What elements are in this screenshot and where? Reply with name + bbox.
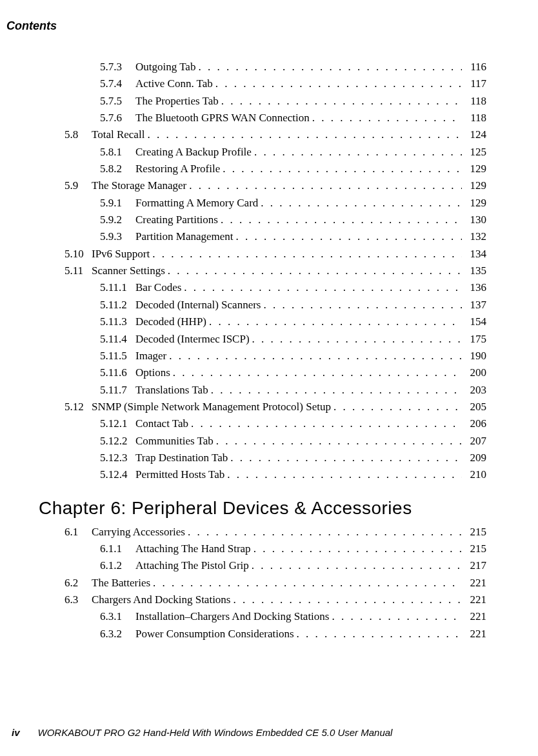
toc-page: 215 xyxy=(462,541,486,557)
toc-entry: 5.11.4Decoded (Intermec ISCP). . . . . .… xyxy=(100,331,486,348)
toc-page: 124 xyxy=(462,126,486,143)
toc-number: 5.7.3 xyxy=(100,59,135,75)
toc-title: The Properties Tab xyxy=(135,93,219,110)
toc-title: Contact Tab xyxy=(135,415,188,432)
toc-leader-dots: . . . . . . . . . . . . . . . . . . . . … xyxy=(224,466,462,483)
toc-page: 215 xyxy=(462,524,486,541)
toc-leader-dots: . . . . . . . . . . . . . . . . . . . . … xyxy=(252,144,462,161)
toc-number: 5.12.1 xyxy=(100,415,135,432)
toc-number: 5.7.6 xyxy=(100,110,135,126)
toc-number: 5.11.5 xyxy=(100,348,135,364)
toc-title: Scanner Settings xyxy=(92,263,165,279)
toc-leader-dots: . . . . . . . . . . . . . . . . . . . . … xyxy=(188,415,462,432)
toc-title: Attaching The Hand Strap xyxy=(135,541,251,557)
toc-entry: 6.1Carrying Accessories. . . . . . . . .… xyxy=(65,524,486,541)
toc-leader-dots: . . . . . . . . . . . . . . . . . . . . … xyxy=(185,524,462,541)
toc-page: 118 xyxy=(462,93,486,110)
toc-entry: 5.12.1Contact Tab. . . . . . . . . . . .… xyxy=(100,415,486,432)
toc-block-1: 5.7.3Outgoing Tab. . . . . . . . . . . .… xyxy=(65,59,486,484)
toc-number: 6.3.1 xyxy=(100,608,135,625)
toc-leader-dots: . . . . . . . . . . . . . . . . . . . . … xyxy=(251,541,462,557)
toc-number: 5.12 xyxy=(65,399,92,415)
page-footer: ivWORKABOUT PRO G2 Hand-Held With Window… xyxy=(12,727,392,738)
toc-entry: 5.11.3Decoded (HHP). . . . . . . . . . .… xyxy=(100,313,486,330)
toc-title: Options xyxy=(135,364,170,381)
toc-leader-dots: . . . . . . . . . . . . . . . . . . . . … xyxy=(186,177,462,194)
toc-number: 5.12.2 xyxy=(100,433,135,450)
toc-leader-dots: . . . . . . . . . . . . . . . . . . . . … xyxy=(228,450,462,466)
toc-number: 5.12.3 xyxy=(100,450,135,466)
toc-title: IPv6 Support xyxy=(92,246,150,263)
toc-leader-dots: . . . . . . . . . . . . . . . . . . . . … xyxy=(213,75,462,92)
toc-title: Total Recall xyxy=(92,126,144,143)
toc-page: 207 xyxy=(462,433,486,450)
toc-title: Creating Partitions xyxy=(135,212,218,228)
toc-entry: 5.9.3Partition Management. . . . . . . .… xyxy=(100,228,486,245)
toc-page: 206 xyxy=(462,415,486,432)
toc-page: 175 xyxy=(462,331,486,348)
toc-number: 5.11 xyxy=(65,263,92,279)
toc-leader-dots: . . . . . . . . . . . . . . . . . . . . … xyxy=(310,110,462,126)
toc-page: 200 xyxy=(462,364,486,381)
toc-leader-dots: . . . . . . . . . . . . . . . . . . . . … xyxy=(166,348,462,364)
toc-page: 132 xyxy=(462,228,486,245)
toc-title: Active Conn. Tab xyxy=(135,75,213,92)
toc-leader-dots: . . . . . . . . . . . . . . . . . . . . … xyxy=(219,93,462,110)
toc-number: 5.11.7 xyxy=(100,382,135,399)
toc-entry: 5.7.5The Properties Tab. . . . . . . . .… xyxy=(100,93,486,110)
toc-page: 134 xyxy=(462,246,486,263)
toc-title: The Storage Manager xyxy=(92,177,186,194)
toc-page: 129 xyxy=(462,177,486,194)
toc-page: 203 xyxy=(462,382,486,399)
toc-number: 6.3 xyxy=(65,592,92,608)
toc-page: 217 xyxy=(462,557,486,574)
toc-entry: 5.9.2Creating Partitions. . . . . . . . … xyxy=(100,212,486,228)
toc-page: 129 xyxy=(462,195,486,212)
toc-page: 137 xyxy=(462,297,486,313)
toc-title: Restoring A Profile xyxy=(135,161,220,177)
toc-entry: 6.1.1Attaching The Hand Strap. . . . . .… xyxy=(100,541,486,557)
toc-page: 129 xyxy=(462,161,486,177)
toc-entry: 5.11.6Options. . . . . . . . . . . . . .… xyxy=(100,364,486,381)
toc-leader-dots: . . . . . . . . . . . . . . . . . . . . … xyxy=(165,263,462,279)
toc-leader-dots: . . . . . . . . . . . . . . . . . . . . … xyxy=(258,195,462,212)
toc-title: Power Consumption Considerations xyxy=(135,626,294,642)
toc-title: Permitted Hosts Tab xyxy=(135,466,224,483)
toc-entry: 5.8Total Recall. . . . . . . . . . . . .… xyxy=(65,126,486,143)
toc-title: Carrying Accessories xyxy=(92,524,185,541)
toc-title: Partition Management xyxy=(135,228,234,245)
toc-page: 135 xyxy=(462,263,486,279)
toc-entry: 6.2The Batteries. . . . . . . . . . . . … xyxy=(65,575,486,592)
toc-entry: 5.9The Storage Manager. . . . . . . . . … xyxy=(65,177,486,194)
toc-number: 5.8 xyxy=(65,126,92,143)
toc-entry: 5.11.2Decoded (Internal) Scanners. . . .… xyxy=(100,297,486,313)
toc-entry: 5.12SNMP (Simple Network Management Prot… xyxy=(65,399,486,415)
toc-number: 5.11.4 xyxy=(100,331,135,348)
toc-number: 5.8.2 xyxy=(100,161,135,177)
toc-title: Trap Destination Tab xyxy=(135,450,228,466)
toc-leader-dots: . . . . . . . . . . . . . . . . . . . . … xyxy=(181,279,462,296)
toc-title: Installation–Chargers And Docking Statio… xyxy=(135,608,329,625)
toc-number: 6.2 xyxy=(65,575,92,592)
toc-number: 5.9 xyxy=(65,177,92,194)
toc-title: The Batteries xyxy=(92,575,150,592)
toc-number: 5.9.1 xyxy=(100,195,135,212)
toc-title: Decoded (HHP) xyxy=(135,313,206,330)
toc-page: 209 xyxy=(462,450,486,466)
toc-title: Chargers And Docking Stations xyxy=(92,592,230,608)
toc-page: 116 xyxy=(462,59,486,75)
toc-leader-dots: . . . . . . . . . . . . . . . . . . . . … xyxy=(249,557,462,574)
toc-leader-dots: . . . . . . . . . . . . . . . . . . . . … xyxy=(220,161,462,177)
toc-number: 5.7.5 xyxy=(100,93,135,110)
toc-leader-dots: . . . . . . . . . . . . . . . . . . . . … xyxy=(150,575,462,592)
toc-page: 117 xyxy=(462,75,486,92)
toc-entry: 5.12.2Communities Tab. . . . . . . . . .… xyxy=(100,433,486,450)
toc-entry: 5.11Scanner Settings. . . . . . . . . . … xyxy=(65,263,486,279)
toc-number: 5.11.3 xyxy=(100,313,135,330)
toc-title: Formatting A Memory Card xyxy=(135,195,258,212)
toc-leader-dots: . . . . . . . . . . . . . . . . . . . . … xyxy=(218,212,462,228)
chapter-heading: Chapter 6: Peripheral Devices & Accessor… xyxy=(39,498,486,519)
toc-title: Imager xyxy=(135,348,166,364)
toc-leader-dots: . . . . . . . . . . . . . . . . . . . . … xyxy=(230,592,462,608)
toc-leader-dots: . . . . . . . . . . . . . . . . . . . . … xyxy=(331,399,462,415)
